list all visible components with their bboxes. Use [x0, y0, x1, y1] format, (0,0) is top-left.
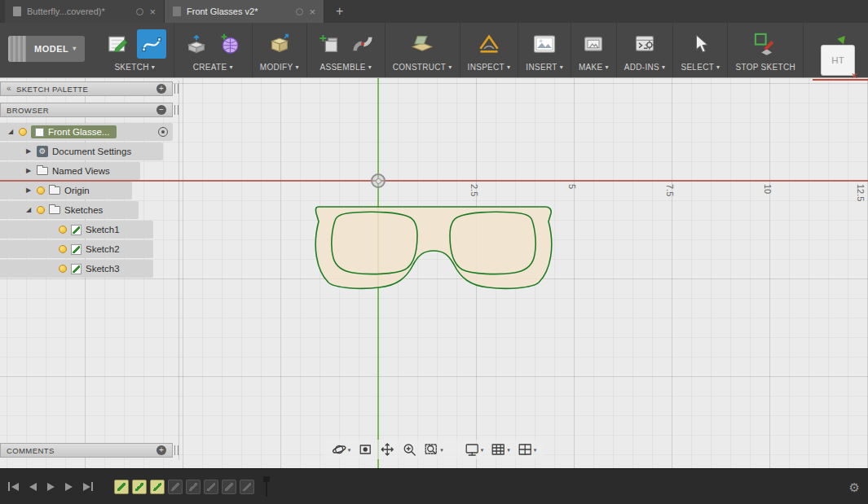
play-button[interactable]	[47, 483, 55, 491]
visibility-bulb-icon[interactable]	[37, 186, 45, 195]
scrollbar-grip-icon[interactable]	[174, 445, 178, 455]
expander-icon[interactable]: ▶	[24, 168, 33, 174]
ruler-label: 12.5	[856, 184, 866, 201]
timeline-feature[interactable]	[168, 480, 183, 494]
browser-item-sketch2[interactable]: Sketch2	[0, 240, 153, 258]
browser-item-root[interactable]: ◢ Front Glasse...	[0, 123, 173, 141]
browser-item-sketch3[interactable]: Sketch3	[0, 260, 153, 278]
insert-image-icon[interactable]	[530, 29, 559, 59]
scrollbar-grip-icon[interactable]	[174, 84, 178, 94]
browser-item-sketch1[interactable]: Sketch1	[0, 221, 153, 239]
step-forward-button[interactable]	[65, 483, 73, 491]
select-cursor-icon[interactable]	[685, 29, 715, 59]
insert-menu-button[interactable]: INSERT▾	[526, 63, 563, 72]
look-at-button[interactable]	[358, 442, 372, 457]
create-menu-button[interactable]: CREATE▾	[193, 63, 233, 72]
timeline-feature[interactable]	[204, 480, 218, 494]
group-label: ADD-INS	[624, 63, 659, 72]
visibility-bulb-icon[interactable]	[59, 265, 67, 273]
workspace-label: MODEL	[34, 44, 68, 54]
glasses-frame-outline[interactable]	[315, 207, 552, 288]
assemble-menu-button[interactable]: ASSEMBLE▾	[319, 63, 372, 72]
tab-front-glasses[interactable]: Front Glasses v2* ×	[165, 0, 324, 23]
node-label: Origin	[64, 186, 90, 195]
extrude-icon[interactable]	[182, 29, 211, 59]
tab-butterfly[interactable]: Butterfly...covered)* ×	[5, 0, 165, 23]
measure-icon[interactable]	[474, 29, 504, 59]
orbit-button[interactable]: ▾	[332, 442, 351, 457]
visibility-bulb-icon[interactable]	[19, 128, 27, 136]
display-settings-button[interactable]: ▾	[465, 442, 484, 457]
sketch-menu-button[interactable]: SKETCH▾	[114, 63, 155, 72]
collapse-browser-button[interactable]: −	[156, 105, 166, 115]
visibility-bulb-icon[interactable]	[37, 206, 45, 214]
modify-menu-button[interactable]: MODIFY▾	[260, 63, 299, 72]
scrollbar-grip-icon[interactable]	[174, 105, 178, 115]
x-axis-marker-icon	[851, 72, 857, 79]
inspect-menu-button[interactable]: INSPECT▾	[468, 63, 511, 72]
joint-icon[interactable]	[348, 29, 377, 59]
ruler-label: 7.5	[665, 184, 675, 196]
select-menu-button[interactable]: SELECT▾	[681, 63, 720, 72]
panel-scrollbar[interactable]	[178, 81, 179, 460]
browser-item-document-settings[interactable]: ▶ ⚙ Document Settings	[0, 142, 163, 160]
expander-icon[interactable]: ◢	[24, 207, 33, 213]
expander-icon[interactable]: ◢	[7, 129, 15, 135]
construct-menu-button[interactable]: CONSTRUCT▾	[393, 63, 452, 72]
collapse-panel-icon[interactable]: «	[7, 85, 11, 93]
timeline-feature-sketch3[interactable]	[150, 480, 165, 494]
activate-component-radio-icon[interactable]	[158, 127, 168, 137]
expand-comments-button[interactable]: +	[156, 445, 166, 455]
visibility-bulb-icon[interactable]	[59, 245, 67, 253]
make-icon[interactable]	[579, 29, 608, 59]
origin-marker[interactable]	[371, 173, 386, 188]
tab-close-icon[interactable]: ×	[149, 7, 156, 17]
viewcube[interactable]: HT	[821, 45, 855, 76]
browser-item-sketches[interactable]: ◢ Sketches	[0, 201, 139, 219]
timeline-feature-sketch1[interactable]	[114, 480, 129, 494]
construction-plane-icon[interactable]	[408, 29, 437, 59]
caret-down-icon: ▾	[716, 64, 720, 71]
stop-sketch-button[interactable]: STOP SKETCH	[735, 63, 795, 72]
selected-node-highlight[interactable]: Front Glasse...	[31, 125, 117, 138]
expander-icon[interactable]: ▶	[24, 148, 33, 155]
browser-item-origin[interactable]: ▶ Origin	[0, 182, 132, 199]
tab-close-icon[interactable]: ×	[309, 7, 315, 17]
expander-icon[interactable]: ▶	[24, 187, 33, 194]
comments-header: COMMENTS +	[0, 443, 173, 458]
zoom-window-fit-button[interactable]: ▾	[424, 442, 443, 457]
go-to-end-button[interactable]	[83, 482, 94, 491]
step-back-button[interactable]	[29, 483, 37, 491]
spline-tool-icon[interactable]	[137, 29, 166, 59]
browser-item-named-views[interactable]: ▶ Named Views	[0, 162, 140, 180]
new-component-icon[interactable]	[315, 29, 344, 59]
timeline-feature[interactable]	[186, 480, 200, 494]
create-form-icon[interactable]	[215, 29, 245, 59]
pan-button[interactable]	[380, 442, 394, 457]
timeline-position-marker[interactable]	[263, 476, 270, 497]
zoom-button[interactable]	[402, 442, 416, 457]
root-node-label: Front Glasse...	[48, 127, 109, 137]
scripts-addins-icon[interactable]	[630, 29, 659, 59]
document-settings-gear-icon: ⚙	[37, 146, 48, 157]
toolbar-group-assemble: ASSEMBLE▾	[307, 23, 386, 77]
visibility-bulb-icon[interactable]	[59, 226, 67, 234]
viewports-button[interactable]: ▾	[518, 442, 537, 457]
caret-down-icon: ▾	[606, 64, 609, 71]
make-menu-button[interactable]: MAKE▾	[579, 63, 609, 72]
node-label: Sketch3	[86, 264, 120, 274]
new-tab-button[interactable]: +	[324, 0, 355, 23]
workspace-switcher[interactable]: MODEL ▾	[8, 36, 85, 62]
addins-menu-button[interactable]: ADD-INS▾	[624, 63, 666, 72]
timeline-feature[interactable]	[222, 480, 236, 494]
create-sketch-icon[interactable]	[104, 29, 133, 59]
expand-palette-button[interactable]: +	[156, 84, 166, 94]
timeline-feature-sketch2[interactable]	[132, 480, 147, 494]
grid-snap-button[interactable]: ▾	[491, 442, 510, 457]
go-to-start-button[interactable]	[8, 482, 19, 491]
timeline-settings-gear-icon[interactable]: ⚙	[849, 480, 860, 493]
press-pull-icon[interactable]	[265, 29, 294, 59]
timeline-feature[interactable]	[240, 480, 254, 494]
timeline-bar: ⚙	[0, 468, 868, 504]
stop-sketch-icon[interactable]	[751, 29, 780, 59]
